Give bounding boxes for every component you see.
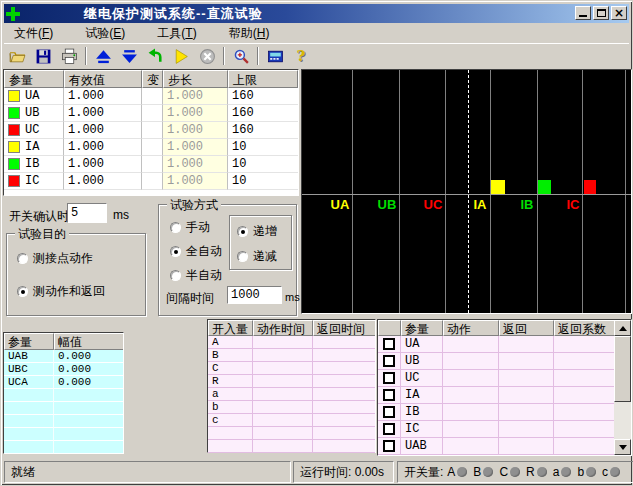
param-vary[interactable] (142, 105, 163, 122)
stop-button[interactable] (195, 45, 219, 67)
param-step[interactable]: 1.000 (163, 139, 228, 156)
table-row[interactable]: UC (378, 370, 631, 387)
menu-test[interactable]: 试验(E) (77, 23, 133, 44)
menu-help[interactable]: 帮助(H) (221, 23, 278, 44)
table-row[interactable]: IC 1.000 1.000 10 (4, 173, 298, 190)
param-vary[interactable] (142, 156, 163, 173)
row-checkbox[interactable] (383, 389, 395, 401)
param-vary[interactable] (142, 173, 163, 190)
print-button[interactable] (57, 45, 81, 67)
table-row[interactable] (4, 415, 123, 428)
table-row[interactable]: A (208, 336, 375, 349)
raise-button[interactable] (91, 45, 115, 67)
open-file-button[interactable] (5, 45, 29, 67)
param-vary[interactable] (142, 139, 163, 156)
radio-icon[interactable] (17, 286, 28, 297)
table-row[interactable]: UA (378, 336, 631, 353)
param-step[interactable]: 1.000 (163, 173, 228, 190)
radio-semi-auto[interactable]: 半自动 (170, 267, 222, 284)
menu-file[interactable]: 文件(F) (6, 23, 61, 44)
radio-test-contact-action[interactable]: 测接点动作 (17, 250, 93, 267)
param-step[interactable]: 1.000 (163, 156, 228, 173)
cursor-dashed-line (468, 70, 469, 313)
radio-decrement[interactable]: 递减 (237, 248, 277, 265)
table-row[interactable]: UAB0.000 (4, 350, 123, 363)
table-row[interactable]: IB (378, 404, 631, 421)
table-row[interactable]: IA 1.000 1.000 10 (4, 139, 298, 156)
param-vary[interactable] (142, 88, 163, 105)
radio-icon[interactable] (170, 246, 181, 257)
table-row[interactable]: C (208, 362, 375, 375)
param-limit[interactable]: 10 (228, 156, 298, 173)
table-row[interactable]: IC (378, 421, 631, 438)
param-limit[interactable]: 160 (228, 122, 298, 139)
save-button[interactable] (31, 45, 55, 67)
table-row[interactable] (4, 428, 123, 441)
radio-icon[interactable] (237, 251, 248, 262)
param-step[interactable]: 1.000 (163, 105, 228, 122)
param-value[interactable]: 1.000 (64, 139, 142, 156)
param-value[interactable]: 1.000 (64, 122, 142, 139)
table-row[interactable]: UC 1.000 1.000 160 (4, 122, 298, 139)
param-limit[interactable]: 160 (228, 88, 298, 105)
vertical-scrollbar[interactable] (614, 320, 631, 455)
scroll-up-button[interactable] (614, 320, 631, 336)
table-row[interactable]: UB 1.000 1.000 160 (4, 105, 298, 122)
table-row[interactable]: c (208, 414, 375, 427)
table-row[interactable] (4, 441, 123, 454)
radio-icon[interactable] (170, 222, 181, 233)
interval-input[interactable] (227, 286, 282, 304)
radio-test-action-return[interactable]: 测动作和返回 (17, 283, 105, 300)
table-row[interactable]: B (208, 349, 375, 362)
table-row[interactable] (4, 389, 123, 402)
table-row[interactable]: UBC0.000 (4, 363, 123, 376)
param-step[interactable]: 1.000 (163, 122, 228, 139)
table-row[interactable]: UA 1.000 1.000 160 (4, 88, 298, 105)
table-row[interactable]: a (208, 388, 375, 401)
table-row[interactable]: b (208, 401, 375, 414)
table-row[interactable]: IA (378, 387, 631, 404)
table-row[interactable] (4, 402, 123, 415)
row-checkbox[interactable] (383, 423, 395, 435)
run-button[interactable] (169, 45, 193, 67)
radio-icon[interactable] (170, 270, 181, 281)
param-limit[interactable]: 10 (228, 139, 298, 156)
row-checkbox[interactable] (383, 372, 395, 384)
close-button[interactable]: × (611, 6, 627, 20)
row-checkbox[interactable] (383, 440, 395, 452)
help-button[interactable]: ? (289, 45, 313, 67)
radio-manual[interactable]: 手动 (170, 219, 210, 236)
param-limit[interactable]: 10 (228, 173, 298, 190)
param-vary[interactable] (142, 122, 163, 139)
param-limit[interactable]: 160 (228, 105, 298, 122)
lower-button[interactable] (117, 45, 141, 67)
radio-icon[interactable] (17, 253, 28, 264)
row-checkbox[interactable] (383, 355, 395, 367)
param-value[interactable]: 1.000 (64, 105, 142, 122)
switch-confirm-input[interactable] (67, 203, 107, 223)
radio-increment[interactable]: 递增 (237, 223, 277, 240)
param-value[interactable]: 1.000 (64, 156, 142, 173)
scrollbar-thumb[interactable] (614, 336, 631, 402)
table-row[interactable]: UCA0.000 (4, 376, 123, 389)
table-row[interactable]: UAB (378, 438, 631, 455)
zoom-button[interactable] (229, 45, 253, 67)
row-checkbox[interactable] (383, 406, 395, 418)
radio-full-auto[interactable]: 全自动 (170, 243, 222, 260)
radio-icon[interactable] (237, 226, 248, 237)
minimize-button[interactable] (575, 6, 591, 20)
param-step[interactable]: 1.000 (163, 88, 228, 105)
row-checkbox[interactable] (383, 338, 395, 350)
maximize-button[interactable] (593, 6, 609, 20)
table-row[interactable]: IB 1.000 1.000 10 (4, 156, 298, 173)
scroll-down-button[interactable] (614, 439, 631, 455)
param-value[interactable]: 1.000 (64, 173, 142, 190)
table-row[interactable]: UB (378, 353, 631, 370)
table-row[interactable] (208, 440, 375, 453)
device-panel-button[interactable] (263, 45, 287, 67)
table-row[interactable] (208, 427, 375, 440)
param-value[interactable]: 1.000 (64, 88, 142, 105)
undo-button[interactable] (143, 45, 167, 67)
menu-tools[interactable]: 工具(T) (149, 23, 204, 44)
table-row[interactable]: R (208, 375, 375, 388)
